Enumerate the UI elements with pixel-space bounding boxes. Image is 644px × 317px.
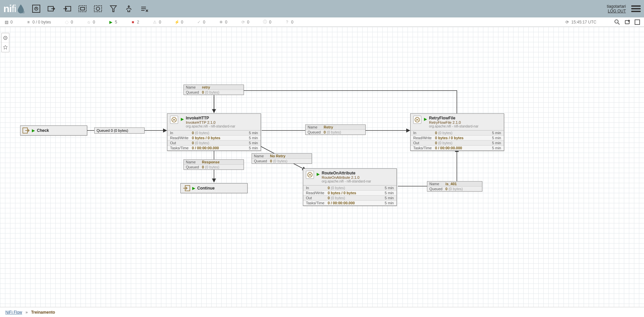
flow-canvas[interactable]: ▶ Check ▶ Continue ▶ InvokeHTTP InvokeHT… <box>0 27 644 307</box>
stat-stale: ⟳0 <box>241 20 250 24</box>
svg-rect-12 <box>635 20 640 24</box>
processor-retryflowfile[interactable]: ▶ RetryFlowFile RetryFlowFile 2.1.0 org.… <box>410 113 504 151</box>
stat-transmitting: ◌0 <box>64 20 73 24</box>
processor-type: RetryFlowFile 2.1.0 <box>429 120 478 124</box>
input-port-icon <box>22 127 30 134</box>
sync-fail-icon: ⓘ <box>263 20 267 24</box>
global-menu-button[interactable] <box>631 4 641 13</box>
running-icon: ▶ <box>108 20 113 24</box>
stat-refresh-time[interactable]: ⟳15:45:17 UTC <box>565 20 596 24</box>
processor-type: RouteOnAttribute 2.1.0 <box>322 175 371 179</box>
processor-icon <box>306 171 314 179</box>
processor-icon <box>170 116 178 124</box>
stopped-icon: ■ <box>130 20 135 24</box>
connection-response[interactable]: NameResponse Queued0 (0 bytes) <box>183 159 244 170</box>
stat-active-threads: ▤0 <box>4 20 13 24</box>
stat-unknown: ?0 <box>285 20 293 24</box>
logo-drop-icon <box>17 4 25 14</box>
transmit-icon: ◌ <box>64 20 69 24</box>
no-transmit-icon: ⦸ <box>87 20 91 24</box>
connection-is-401[interactable]: Nameis_401 Queued0 (0 bytes) <box>427 181 482 192</box>
drag-process-group-icon[interactable] <box>78 4 87 13</box>
logo-text: nifi <box>3 3 16 14</box>
stale-icon: ⟳ <box>241 20 246 24</box>
stat-invalid: ⚠0 <box>153 20 161 24</box>
svg-rect-0 <box>22 11 24 13</box>
play-icon: ▶ <box>32 128 35 133</box>
refresh-icon: ⟳ <box>565 20 570 24</box>
drag-output-port-icon[interactable] <box>62 4 72 13</box>
processor-routeonattribute[interactable]: ▶ RouteOnAttribute RouteOnAttribute 2.1.… <box>303 168 397 206</box>
svg-rect-4 <box>79 6 86 12</box>
play-icon: ▶ <box>317 172 320 176</box>
local-mod-icon: ✱ <box>219 20 223 24</box>
bulletin-button[interactable] <box>625 19 630 25</box>
fullscreen-button[interactable] <box>635 19 640 25</box>
processor-title: RetryFlowFile <box>429 116 478 120</box>
stat-queue: ≡0 / 0 bytes <box>26 20 51 24</box>
stat-not-transmitting: ⦸0 <box>87 20 95 24</box>
drag-label-icon[interactable] <box>140 4 149 13</box>
svg-point-8 <box>615 20 618 23</box>
logout-link[interactable]: LOG OUT <box>607 9 626 13</box>
search-button[interactable] <box>614 19 620 25</box>
processor-icon <box>413 116 421 124</box>
output-port-continue[interactable]: ▶ Continue <box>180 183 248 193</box>
palette-operate[interactable] <box>2 43 9 52</box>
play-icon: ▶ <box>424 117 427 121</box>
svg-point-24 <box>5 37 6 38</box>
stat-locally-mod: ✱0 <box>219 20 227 24</box>
processor-bundle: org.apache.nifi - nifi-standard-nar <box>429 124 478 128</box>
processor-invokehttp[interactable]: ▶ InvokeHTTP InvokeHTTP 2.1.0 org.apache… <box>167 113 261 151</box>
uptodate-icon: ✓ <box>197 20 201 24</box>
processor-type: InvokeHTTP 2.1.0 <box>186 120 235 124</box>
processor-bundle: org.apache.nifi - nifi-standard-nar <box>322 179 371 183</box>
stat-running: ▶5 <box>108 20 117 24</box>
connection-queued[interactable]: Queued 0 (0 bytes) <box>94 127 145 134</box>
svg-rect-5 <box>80 7 85 10</box>
svg-point-7 <box>96 7 100 10</box>
stat-sync-fail: ⓘ0 <box>263 20 271 24</box>
breadcrumb-current: Treinamento <box>31 310 55 315</box>
drag-funnel-icon[interactable] <box>109 4 118 13</box>
processor-title: InvokeHTTP <box>186 116 235 120</box>
threads-icon: ▤ <box>4 20 9 24</box>
unknown-icon: ? <box>285 20 289 24</box>
status-bar: ▤0 ≡0 / 0 bytes ◌0 ⦸0 ▶5 ■2 ⚠0 ⚡0 ✓0 ✱0 … <box>0 17 644 27</box>
nifi-logo[interactable]: nifi <box>3 3 25 14</box>
stat-uptodate: ✓0 <box>197 20 205 24</box>
breadcrumb-root[interactable]: NiFi Flow <box>5 310 22 315</box>
svg-point-11 <box>628 20 630 22</box>
breadcrumb-sep: » <box>25 310 28 315</box>
stat-stopped: ■2 <box>130 20 139 24</box>
drag-input-port-icon[interactable] <box>47 4 56 13</box>
disabled-icon: ⚡ <box>175 20 179 24</box>
connection-retry-top[interactable]: Nameretry Queued0 (0 bytes) <box>183 85 244 95</box>
svg-rect-6 <box>94 6 102 12</box>
username: tiagotartari <box>607 4 626 9</box>
connection-no-retry[interactable]: NameNo Retry Queued0 (0 bytes) <box>252 153 312 164</box>
port-name: Continue <box>197 186 215 191</box>
play-icon: ▶ <box>192 186 195 191</box>
processor-bundle: org.apache.nifi - nifi-standard-nar <box>186 124 235 128</box>
user-block: tiagotartari LOG OUT <box>607 4 626 13</box>
svg-line-9 <box>618 23 620 24</box>
header-toolbar: nifi tiagotartari LOG OUT <box>0 0 644 17</box>
breadcrumb: NiFi Flow » Treinamento <box>0 307 644 317</box>
connection-retry-side[interactable]: NameRetry Queued0 (0 bytes) <box>305 124 366 135</box>
port-name: Check <box>37 128 49 133</box>
palette-navigate[interactable] <box>2 33 9 43</box>
play-icon: ▶ <box>181 117 184 121</box>
drag-remote-group-icon[interactable] <box>93 4 103 13</box>
drag-template-icon[interactable] <box>124 4 133 13</box>
operate-palette <box>1 33 9 52</box>
input-port-check[interactable]: ▶ Check <box>20 125 87 136</box>
drag-processor-icon[interactable] <box>32 4 41 13</box>
invalid-icon: ⚠ <box>153 20 157 24</box>
queue-icon: ≡ <box>26 20 31 24</box>
processor-title: RouteOnAttribute <box>322 171 371 175</box>
stat-disabled: ⚡0 <box>175 20 183 24</box>
output-port-icon <box>183 185 190 191</box>
